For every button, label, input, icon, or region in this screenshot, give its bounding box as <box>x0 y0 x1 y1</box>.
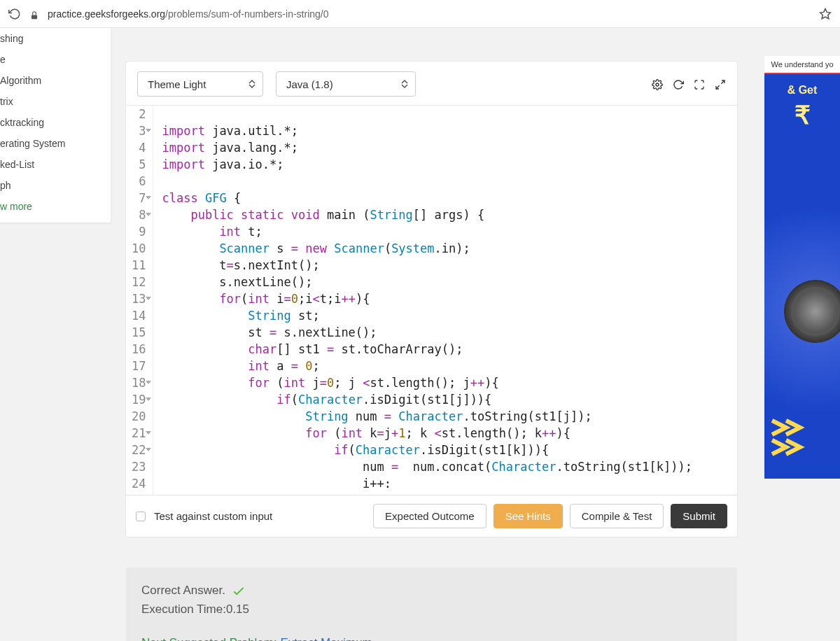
code-editor[interactable]: 23456789101112131415161718192021222324 i… <box>126 105 737 495</box>
ad-get-text: & Get <box>764 84 840 97</box>
sidebar-item[interactable]: e <box>0 49 111 70</box>
sidebar-item[interactable]: trix <box>0 91 111 112</box>
see-hints-button[interactable]: See Hints <box>493 504 563 528</box>
custom-input-checkbox[interactable] <box>136 512 146 521</box>
reset-icon[interactable] <box>673 78 684 90</box>
ad-rupee: ₹ <box>764 101 840 130</box>
theme-select-value: Theme Light <box>148 78 206 90</box>
sidebar-item[interactable]: shing <box>0 28 111 49</box>
language-select-value: Java (1.8) <box>286 78 333 90</box>
main-content: Theme Light Java (1.8) <box>111 28 840 641</box>
compile-test-button[interactable]: Compile & Test <box>570 504 664 528</box>
submit-button[interactable]: Submit <box>671 504 727 528</box>
editor-card: Theme Light Java (1.8) <box>126 62 737 537</box>
ad-banner[interactable]: We understand yo & Get ₹ <box>764 56 840 479</box>
code-content[interactable]: import java.util.*; import java.lang.*; … <box>153 106 737 495</box>
svg-point-2 <box>656 83 659 86</box>
url-text[interactable]: practice.geeksforgeeks.org/problems/sum-… <box>48 8 811 20</box>
theme-select[interactable]: Theme Light <box>137 71 263 97</box>
reload-icon[interactable] <box>8 8 21 20</box>
url-path: /problems/sum-of-numbers-in-string/0 <box>165 8 328 20</box>
chevron-right-icon <box>769 417 811 438</box>
next-suggested: Next Suggested Problem: Extract Maximum <box>141 636 722 641</box>
sidebar-show-more[interactable]: w more <box>0 196 111 217</box>
left-sidebar: shing e Algorithm trix cktracking eratin… <box>0 28 111 223</box>
sidebar-item[interactable]: ph <box>0 175 111 196</box>
expected-outcome-button[interactable]: Expected Outcome <box>373 504 486 528</box>
chevron-right-icon <box>769 437 811 458</box>
film-reel-icon <box>784 280 840 343</box>
star-icon[interactable] <box>819 8 832 20</box>
fullscreen-icon[interactable] <box>694 78 705 90</box>
sidebar-item[interactable]: Algorithm <box>0 70 111 91</box>
chevron-updown-icon <box>248 80 255 88</box>
suggest-link[interactable]: Extract Maximum <box>280 636 372 641</box>
editor-toolbar: Theme Light Java (1.8) <box>126 62 737 105</box>
line-gutter: 23456789101112131415161718192021222324 <box>126 106 153 495</box>
sidebar-item[interactable]: cktracking <box>0 112 111 133</box>
gear-icon[interactable] <box>652 78 663 90</box>
chevron-updown-icon <box>401 80 408 88</box>
correct-answer-text: Correct Answer. <box>141 584 225 598</box>
custom-input-label: Test against custom input <box>154 510 272 522</box>
browser-url-bar: practice.geeksforgeeks.org/problems/sum-… <box>0 0 840 28</box>
result-card: Correct Answer. Execution Time:0.15 Next… <box>126 568 737 641</box>
expand-icon[interactable] <box>715 78 726 90</box>
ad-top-text: We understand yo <box>764 56 840 74</box>
url-host: practice.geeksforgeeks.org <box>48 8 165 20</box>
editor-footer: Test against custom input Expected Outco… <box>126 495 737 537</box>
lock-icon <box>29 9 39 19</box>
svg-marker-1 <box>820 9 831 19</box>
language-select[interactable]: Java (1.8) <box>276 71 416 97</box>
suggest-lead: Next Suggested Problem: <box>141 636 280 641</box>
execution-time: Execution Time:0.15 <box>141 603 722 617</box>
svg-rect-0 <box>31 15 37 20</box>
checkmark-icon <box>231 583 246 598</box>
editor-icon-group <box>652 78 726 90</box>
sidebar-item[interactable]: ked-List <box>0 154 111 175</box>
sidebar-item[interactable]: erating System <box>0 133 111 154</box>
